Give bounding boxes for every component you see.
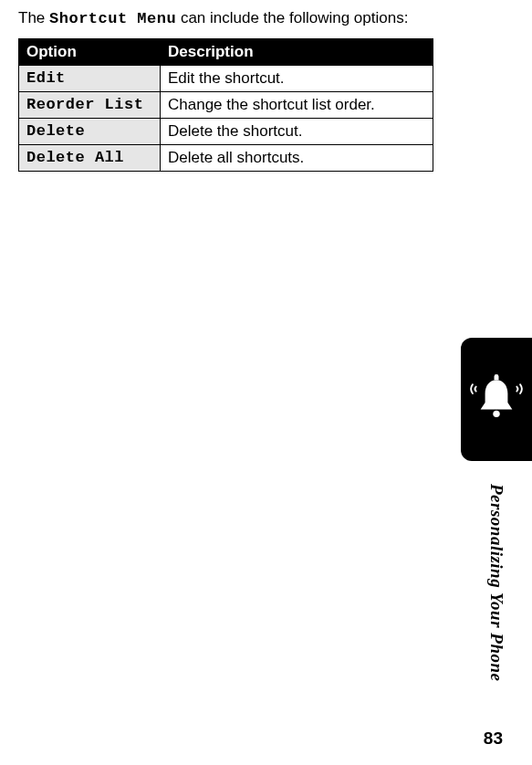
intro-prefix: The bbox=[18, 9, 49, 26]
option-cell: Reorder List bbox=[19, 92, 161, 119]
description-cell: Delete all shortcuts. bbox=[161, 145, 433, 172]
page-number: 83 bbox=[484, 728, 503, 749]
intro-suffix: can include the following options: bbox=[176, 9, 408, 26]
bell-vibrate-icon bbox=[468, 370, 525, 430]
side-tab bbox=[461, 338, 532, 461]
intro-menu-name: Shortcut Menu bbox=[49, 10, 176, 27]
svg-point-0 bbox=[493, 410, 499, 416]
section-title: Personalizing Your Phone bbox=[486, 484, 506, 681]
options-table: Option Description Edit Edit the shortcu… bbox=[18, 38, 433, 172]
intro-text: The Shortcut Menu can include the follow… bbox=[18, 9, 514, 27]
description-cell: Delete the shortcut. bbox=[161, 119, 433, 145]
table-row: Reorder List Change the shortcut list or… bbox=[19, 92, 433, 119]
description-cell: Change the shortcut list order. bbox=[161, 92, 433, 119]
header-option: Option bbox=[19, 39, 161, 66]
option-cell: Edit bbox=[19, 66, 161, 92]
description-cell: Edit the shortcut. bbox=[161, 66, 433, 92]
table-row: Delete Delete the shortcut. bbox=[19, 119, 433, 145]
option-cell: Delete bbox=[19, 119, 161, 145]
table-row: Delete All Delete all shortcuts. bbox=[19, 145, 433, 172]
table-row: Edit Edit the shortcut. bbox=[19, 66, 433, 92]
option-cell: Delete All bbox=[19, 145, 161, 172]
header-description: Description bbox=[161, 39, 433, 66]
